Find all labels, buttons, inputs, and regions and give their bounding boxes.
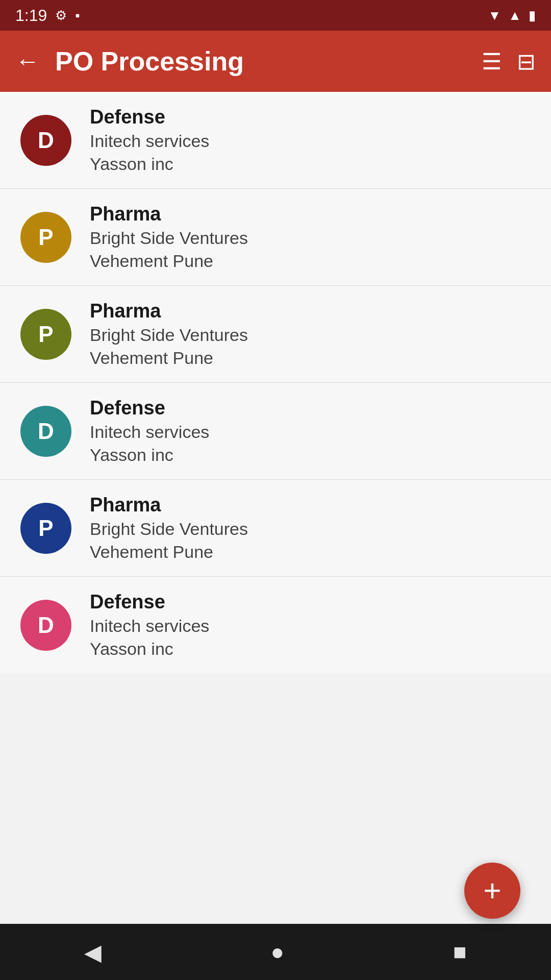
avatar-letter: P [38, 225, 53, 250]
list-item[interactable]: D Defense Initech services Yasson inc [0, 383, 551, 480]
item-subtitle2: Vehement Pune [90, 348, 248, 368]
item-subtitle2: Vehement Pune [90, 251, 248, 271]
list-container: D Defense Initech services Yasson inc P … [0, 92, 551, 924]
item-subtitle: Bright Side Ventures [90, 228, 248, 248]
status-bar-left: 1:19 ⚙ ▪ [15, 6, 80, 25]
avatar-letter: P [38, 516, 53, 541]
item-title: Defense [90, 106, 209, 128]
sim-icon: ▪ [75, 8, 80, 23]
item-subtitle: Bright Side Ventures [90, 519, 248, 539]
back-button[interactable]: ← [15, 49, 40, 74]
item-subtitle2: Yasson inc [90, 154, 209, 174]
item-text: Pharma Bright Side Ventures Vehement Pun… [90, 494, 248, 562]
add-button[interactable]: + [464, 863, 520, 919]
settings-icon: ⚙ [55, 8, 67, 23]
item-subtitle2: Yasson inc [90, 639, 209, 659]
page-title: PO Processing [55, 46, 466, 77]
nav-home-button[interactable]: ● [250, 929, 305, 975]
menu-icon[interactable]: ☰ [482, 48, 502, 75]
avatar: D [20, 406, 71, 457]
item-subtitle: Initech services [90, 616, 209, 636]
avatar: D [20, 600, 71, 651]
item-subtitle: Initech services [90, 422, 209, 442]
nav-back-button[interactable]: ◀ [64, 929, 122, 975]
avatar: P [20, 503, 71, 554]
list-item[interactable]: P Pharma Bright Side Ventures Vehement P… [0, 286, 551, 383]
battery-icon: ▮ [529, 8, 536, 23]
item-title: Pharma [90, 203, 248, 225]
item-text: Defense Initech services Yasson inc [90, 106, 209, 174]
avatar: P [20, 309, 71, 360]
item-subtitle: Initech services [90, 131, 209, 151]
item-text: Pharma Bright Side Ventures Vehement Pun… [90, 300, 248, 368]
add-icon: + [483, 875, 501, 906]
item-text: Pharma Bright Side Ventures Vehement Pun… [90, 203, 248, 271]
status-bar-right: ▼ ▲ ▮ [488, 8, 536, 23]
avatar-letter: P [38, 322, 53, 347]
item-title: Defense [90, 397, 209, 419]
nav-recents-button[interactable]: ■ [433, 929, 487, 975]
avatar-letter: D [38, 419, 54, 444]
item-text: Defense Initech services Yasson inc [90, 397, 209, 465]
item-title: Defense [90, 591, 209, 613]
wifi-icon: ▼ [488, 8, 502, 23]
nav-bar: ◀ ● ■ [0, 924, 551, 980]
list-item[interactable]: D Defense Initech services Yasson inc [0, 577, 551, 673]
item-title: Pharma [90, 494, 248, 516]
item-subtitle: Bright Side Ventures [90, 325, 248, 345]
list-item[interactable]: P Pharma Bright Side Ventures Vehement P… [0, 189, 551, 286]
avatar-letter: D [38, 128, 54, 153]
avatar-letter: D [38, 612, 54, 638]
avatar: D [20, 115, 71, 166]
item-subtitle2: Yasson inc [90, 445, 209, 465]
status-bar: 1:19 ⚙ ▪ ▼ ▲ ▮ [0, 0, 551, 31]
app-bar-actions: ☰ ⊟ [482, 48, 536, 75]
fab-container: + [464, 863, 520, 919]
item-text: Defense Initech services Yasson inc [90, 591, 209, 659]
list-item[interactable]: D Defense Initech services Yasson inc [0, 92, 551, 189]
filter-icon[interactable]: ⊟ [517, 48, 536, 75]
list-item[interactable]: P Pharma Bright Side Ventures Vehement P… [0, 480, 551, 577]
avatar: P [20, 212, 71, 263]
app-bar: ← PO Processing ☰ ⊟ [0, 31, 551, 92]
status-time: 1:19 [15, 6, 47, 25]
item-title: Pharma [90, 300, 248, 322]
signal-icon: ▲ [508, 8, 521, 23]
item-subtitle2: Vehement Pune [90, 542, 248, 562]
